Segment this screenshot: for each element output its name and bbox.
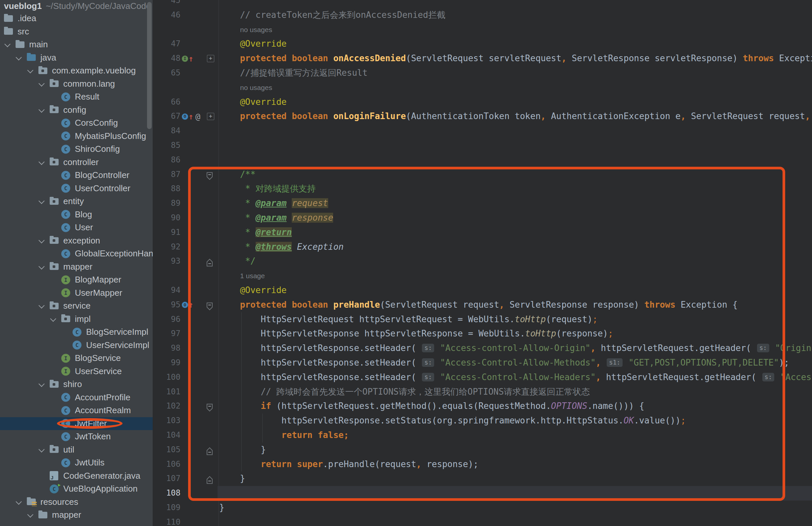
tree-item-service[interactable]: service (0, 299, 153, 313)
line-number[interactable]: 102 (153, 399, 180, 414)
line-number[interactable]: 104 (153, 428, 180, 442)
tree-item-codegenerator-java[interactable]: JCodeGenerator.java (0, 469, 153, 483)
line-number[interactable]: 84 (153, 124, 180, 138)
chevron-down-icon[interactable] (16, 498, 21, 505)
line-number[interactable]: 99 (153, 356, 180, 370)
project-header[interactable]: vueblog1~/Study/MyCode/JavaCode (0, 0, 153, 12)
line-number[interactable]: 89 (153, 196, 180, 211)
code-line-86[interactable]: 86 (153, 153, 812, 167)
tree-item-jwttoken[interactable]: CJwtToken (0, 430, 153, 443)
code-line-106[interactable]: 106 return super.preHandle(request, resp… (153, 457, 812, 472)
override-method-icon[interactable]: I↑ (182, 53, 193, 64)
code-line-102[interactable]: 102 if (httpServletRequest.getMethod().e… (153, 399, 812, 414)
chevron-down-icon[interactable] (27, 67, 33, 73)
code-line-47[interactable]: 47 @Override (153, 37, 812, 51)
chevron-down-icon[interactable] (39, 198, 44, 204)
code-line-97[interactable]: 97 HttpServletResponse httpServletRespon… (153, 327, 812, 341)
tree-item-common-lang[interactable]: common.lang (0, 77, 153, 91)
tree-item-blogserviceimpl[interactable]: CBlogServiceImpl (0, 326, 153, 339)
inlay-hint-line[interactable]: no usages (153, 22, 812, 37)
tree-item-src[interactable]: src (0, 25, 153, 39)
line-number[interactable]: 91 (153, 225, 180, 240)
tree-item-userservice[interactable]: IUserService (0, 365, 153, 378)
override-method-icon[interactable]: O↑@ (182, 111, 200, 122)
line-number[interactable]: 96 (153, 312, 180, 327)
line-number[interactable]: 100 (153, 370, 180, 385)
line-number[interactable]: 45 (153, 0, 180, 8)
code-line-105[interactable]: 105 } (153, 442, 812, 457)
line-number[interactable]: 47 (153, 37, 180, 51)
chevron-down-icon[interactable] (16, 54, 21, 60)
tree-item-result[interactable]: CResult (0, 90, 153, 104)
tree-item-userserviceimpl[interactable]: CUserServiceImpl (0, 339, 153, 352)
usages-inlay-hint[interactable]: 1 usage (240, 269, 265, 283)
inlay-hint-line[interactable]: 1 usage (153, 269, 812, 283)
usages-inlay-hint[interactable]: no usages (240, 22, 272, 37)
override-method-icon[interactable]: O↑ (182, 300, 193, 310)
chevron-down-icon[interactable] (50, 316, 56, 321)
overrides-icon[interactable]: O (182, 302, 188, 308)
line-number[interactable]: 86 (153, 153, 180, 167)
inlay-hint-line[interactable]: no usages (153, 80, 812, 95)
code-line-108[interactable]: 108 (153, 486, 812, 500)
tree-item-blogmapper[interactable]: IBlogMapper (0, 273, 153, 286)
code-line-87[interactable]: 87 /** (153, 167, 812, 182)
code-line-46[interactable]: 46 // createToken之后会来到onAccessDenied拦截 (153, 8, 812, 22)
tree-item-blogservice[interactable]: IBlogService (0, 352, 153, 365)
tree-item-main[interactable]: main (0, 38, 153, 51)
tree-item-vueblogapplication[interactable]: CVueBlogApplication (0, 482, 153, 496)
chevron-down-icon[interactable] (39, 159, 44, 165)
code-line-91[interactable]: 91 * @return (153, 225, 812, 240)
chevron-down-icon[interactable] (39, 381, 44, 387)
line-number[interactable]: 108 (153, 486, 180, 500)
code-line-84[interactable]: 84 (153, 124, 812, 138)
line-number[interactable]: 94 (153, 283, 180, 298)
code-line-107[interactable]: 107 } (153, 471, 812, 486)
code-line-48[interactable]: 48I↑+ protected boolean onAccessDenied(S… (153, 51, 812, 66)
code-line-65[interactable]: 65 //捕捉错误重写方法返回Result (153, 66, 812, 80)
line-number[interactable]: 107 (153, 471, 180, 486)
panel-scrollbar[interactable] (147, 2, 152, 129)
chevron-down-icon[interactable] (4, 41, 10, 47)
tree-item-corsconfig[interactable]: CCorsConfig (0, 117, 153, 130)
tree-item-blog[interactable]: CBlog (0, 208, 153, 221)
code-line-93[interactable]: 93 */ (153, 254, 812, 269)
tree-item-exception[interactable]: exception (0, 234, 153, 247)
line-number[interactable]: 105 (153, 442, 180, 457)
code-line-101[interactable]: 101 // 跨域时会首先发送一个OPTIONS请求，这里我们给OPTIONS请… (153, 385, 812, 399)
tree-item-java[interactable]: java (0, 51, 153, 64)
code-line-90[interactable]: 90 * @param response (153, 211, 812, 225)
code-line-67[interactable]: 67O↑@+ protected boolean onLoginFailure(… (153, 109, 812, 124)
tree-item-user[interactable]: CUser (0, 221, 153, 234)
chevron-down-icon[interactable] (39, 106, 44, 112)
code-editor[interactable]: 4546 // createToken之后会来到onAccessDenied拦截… (153, 0, 812, 526)
code-line-89[interactable]: 89 * @param request (153, 196, 812, 211)
line-number[interactable]: 90 (153, 211, 180, 225)
tree-item-mapper[interactable]: mapper (0, 260, 153, 274)
usages-inlay-hint[interactable]: no usages (240, 80, 272, 95)
line-number[interactable]: 67 (153, 109, 180, 124)
tree-item-accountrealm[interactable]: CAccountRealm (0, 404, 153, 417)
tree-item-mybatisplusconfig[interactable]: CMybatisPlusConfig (0, 130, 153, 143)
tree-item-accountprofile[interactable]: CAccountProfile (0, 391, 153, 404)
line-number[interactable]: 92 (153, 240, 180, 254)
tree-item-com-example-vueblog[interactable]: com.example.vueblog (0, 64, 153, 77)
tree-item-util[interactable]: util (0, 443, 153, 456)
code-line-85[interactable]: 85 (153, 138, 812, 153)
line-number[interactable]: 48 (153, 51, 180, 66)
chevron-down-icon[interactable] (39, 80, 44, 86)
line-number[interactable]: 85 (153, 138, 180, 153)
code-line-96[interactable]: 96 HttpServletRequest httpServletRequest… (153, 312, 812, 327)
line-number[interactable]: 46 (153, 8, 180, 22)
implements-icon[interactable]: I (182, 56, 188, 62)
tree-item-usercontroller[interactable]: CUserController (0, 182, 153, 195)
chevron-down-icon[interactable] (39, 237, 44, 243)
chevron-down-icon[interactable] (39, 263, 44, 269)
tree-item-entity[interactable]: entity (0, 195, 153, 208)
code-line-45[interactable]: 45 (153, 0, 812, 8)
tree-item-config[interactable]: config (0, 104, 153, 117)
line-number[interactable]: 109 (153, 500, 180, 515)
chevron-down-icon[interactable] (39, 302, 44, 308)
fold-expand-icon[interactable]: + (207, 113, 214, 120)
tree-item-globalexceptionhandler[interactable]: CGlobalExceptionHandler (0, 247, 153, 260)
